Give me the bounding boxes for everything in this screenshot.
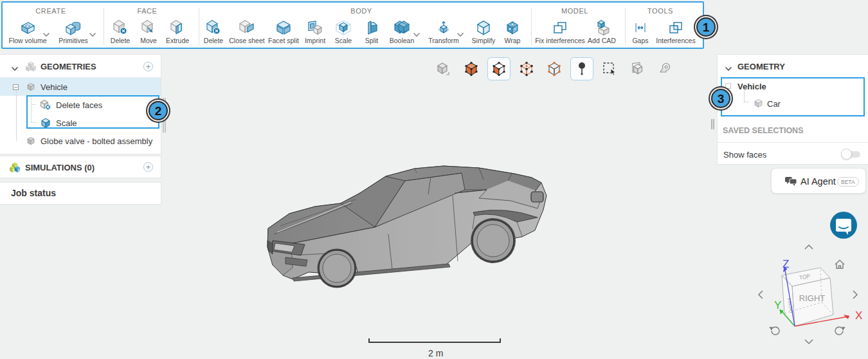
svg-text:Y: Y	[774, 299, 781, 311]
svg-text:X: X	[855, 309, 862, 322]
svg-text:RIGHT: RIGHT	[799, 293, 826, 303]
svg-text:Z: Z	[782, 258, 789, 270]
